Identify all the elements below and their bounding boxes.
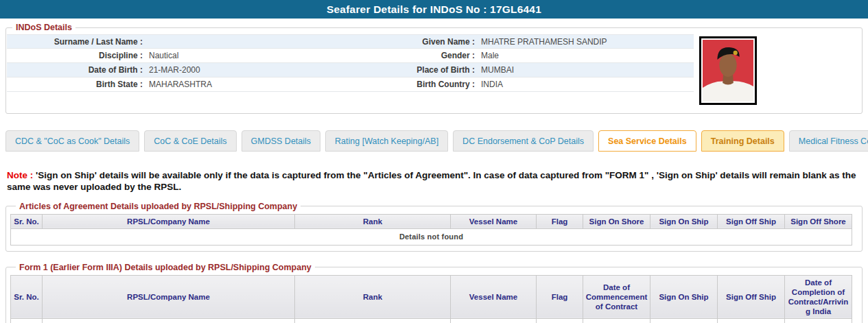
detail-row: Birth State :MAHARASHTRABirth Country :I… [7,77,694,92]
column-header-sign-off-ship: Sign Off Ship [718,275,785,318]
tab-coc-coe-details[interactable]: CoC & CoE Details [144,130,236,152]
indos-right-spacer [757,32,861,105]
cell: Trainee Deck Rating [295,318,451,323]
detail-row: Discipline :NauticalGender :Male [7,49,694,63]
seafarer-photo-image [703,40,753,101]
tab-rating-watch-keeping-ab[interactable]: Rating [Watch Keeping/AB] [325,130,448,152]
form1-table: Sr. No.RPSL/Company NameRankVessel NameF… [10,275,852,323]
field-label: Date of Birth : [7,63,143,77]
field-value: MHATRE PRATHAMESH SANDIP [475,35,694,48]
tab-cdc-coc-as-cook-details[interactable]: CDC & "CoC as Cook" Details [5,130,139,152]
column-header-flag: Flag [537,214,583,228]
field-value: MAHARASHTRA [143,77,343,91]
field-label: Discipline : [7,49,143,62]
table-row: 1.M/S GURUKRIPA MARINE SERVICES PRIVATE … [11,318,852,323]
column-header-rank: Rank [295,214,451,228]
column-header-rpsl-company-name: RPSL/Company Name [43,214,295,228]
column-header-flag: Flag [537,275,583,318]
field-label: Place of Birth : [343,63,475,77]
field-value: Nautical [143,49,343,62]
note-label: Note : [7,170,33,180]
indos-rows: Surname / Last Name :Given Name :MHATRE … [7,34,694,105]
field-value: MUMBAI [475,63,694,77]
cell [718,318,785,323]
page-title: Seafarer Details for INDoS No : 17GL6441 [327,3,541,16]
field-label: Birth State : [7,77,143,91]
column-header-date-of-completion-of-contract-arriving-india: Date of Completion of Contract/Arriving … [785,275,852,318]
field-label: Surname / Last Name : [7,35,143,48]
column-header-rank: Rank [295,275,451,318]
indos-details-legend: INDoS Details [12,23,75,32]
tab-medical-fitness-certificate[interactable]: Medical Fitness Certificate [789,130,868,152]
empty-message: Details not found [11,228,852,245]
tab-dc-endorsement-cop-details[interactable]: DC Endorsement & CoP Details [453,130,594,152]
column-header-sign-on-ship: Sign On Ship [650,214,718,228]
cell: M/S GURUKRIPA MARINE SERVICES PRIVATE LI… [43,318,295,323]
articles-section: Articles of Agreement Details uploaded b… [5,202,863,252]
column-header-rpsl-company-name: RPSL/Company Name [43,275,295,318]
tab-sea-service-details[interactable]: Sea Service Details [598,130,696,152]
note-body: 'Sign on Ship' details will be available… [7,170,856,192]
form1-legend: Form 1 (Earlier Form IIIA) Details uploa… [16,263,315,272]
tab-bar: CDC & "CoC as Cook" DetailsCoC & CoE Det… [5,130,863,152]
detail-row: Date of Birth :21-MAR-2000Place of Birth… [7,63,694,77]
indos-details-section: INDoS Details Surname / Last Name :Given… [5,23,863,114]
cell: 1. [11,318,43,323]
column-header-sr-no: Sr. No. [11,275,43,318]
detail-row: Surname / Last Name :Given Name :MHATRE … [7,34,694,49]
tab-gmdss-details[interactable]: GMDSS Details [242,130,321,152]
column-header-sign-on-shore: Sign On Shore [583,214,650,228]
page-title-bar: Seafarer Details for INDoS No : 17GL6441 [0,0,868,19]
column-header-sign-off-shore: Sign Off Shore [785,214,852,228]
column-header-sign-on-ship: Sign On Ship [650,275,718,318]
field-label: Birth Country : [343,77,475,91]
cell: FOREIGN [537,318,583,323]
field-value: INDIA [475,77,694,91]
articles-table: Sr. No.RPSL/Company NameRankVessel NameF… [10,214,852,246]
seafarer-photo [699,36,757,105]
field-label: Gender : [343,49,475,62]
column-header-sign-off-ship: Sign Off Ship [718,214,785,228]
articles-legend: Articles of Agreement Details uploaded b… [16,202,301,211]
field-label: Given Name : [343,35,475,48]
cell [650,318,718,323]
field-value: 21-MAR-2000 [143,63,343,77]
form1-section: Form 1 (Earlier Form IIIA) Details uploa… [5,263,863,323]
field-value [143,35,343,48]
tab-training-details[interactable]: Training Details [701,130,784,152]
note-text: Note : 'Sign on Ship' details will be av… [7,170,860,193]
column-header-vessel-name: Vessel Name [451,214,537,228]
cell: 24-SEP-2019 [583,318,650,323]
column-header-date-of-commencement-of-contract: Date of Commencement of Contract [583,275,650,318]
column-header-sr-no: Sr. No. [11,214,43,228]
field-value: Male [475,49,694,62]
cell [785,318,852,323]
cell: YOUMNA [451,318,537,323]
column-header-vessel-name: Vessel Name [451,275,537,318]
